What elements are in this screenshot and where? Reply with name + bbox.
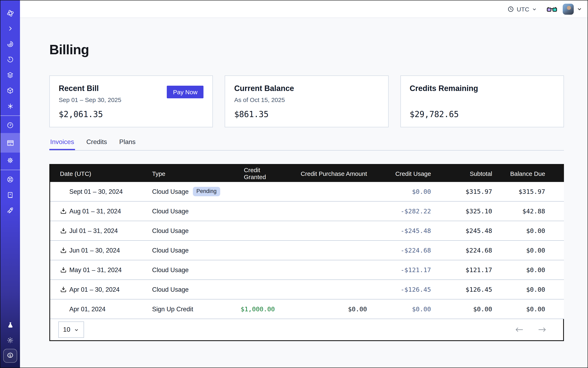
reader-glasses-button[interactable] [547, 6, 557, 12]
download-invoice-icon[interactable] [60, 247, 69, 254]
download-invoice-icon[interactable] [60, 227, 69, 234]
recent-bill-card: Recent Bill Sep 01 – Sep 30, 2025 $2,061… [49, 75, 213, 127]
col-header-subtotal: Subtotal [442, 165, 503, 182]
balance-due-cell: $0.00 [503, 260, 564, 280]
col-header-credit-granted: Credit Granted [244, 165, 285, 182]
table-pagination: 10 [50, 319, 563, 340]
theme-sun-icon[interactable] [0, 332, 20, 348]
balance-due-cell: $315.97 [503, 182, 564, 202]
subtotal-cell: $315.97 [442, 182, 503, 202]
sidebar: $ [0, 0, 20, 368]
balance-due-cell: $0.00 [503, 280, 564, 299]
previous-page-arrow-icon[interactable] [516, 327, 523, 332]
credit-purchase-cell: $0.00 [285, 299, 378, 319]
sidebar-divider [0, 115, 20, 116]
subtotal-cell: $0.00 [442, 299, 503, 319]
col-header-type: Type [152, 165, 244, 182]
card-amount: $861.35 [234, 109, 379, 119]
credit-purchase-cell [285, 182, 378, 202]
layers-icon[interactable] [0, 67, 20, 83]
balance-due-cell: $42.88 [503, 202, 564, 221]
docs-book-icon[interactable] [0, 187, 20, 203]
credit-usage-cell: $0.00 [378, 299, 442, 319]
invoices-table: Date (UTC) Type Credit Granted Credit Pu… [49, 164, 564, 341]
download-invoice-icon[interactable] [60, 286, 69, 293]
download-invoice-icon[interactable] [60, 267, 69, 273]
credit-granted-cell [244, 182, 285, 202]
date-cell: Jul 01 – 31, 2024 [50, 221, 152, 241]
support-wheel-icon[interactable] [0, 172, 20, 187]
type-cell: Cloud Usage [152, 241, 244, 260]
rocket-icon[interactable] [0, 203, 20, 218]
pager-arrows [516, 327, 546, 332]
user-menu-chevron[interactable] [577, 6, 582, 12]
topbar: UTC [20, 0, 588, 18]
chevron-down-icon [532, 6, 537, 12]
orbit-logo-icon[interactable] [0, 5, 20, 21]
page-size-select[interactable]: 10 [58, 322, 84, 338]
sidebar-item-billing[interactable] [0, 133, 20, 153]
credit-granted-cell [244, 241, 285, 260]
credit-purchase-cell [285, 221, 378, 241]
next-page-arrow-icon[interactable] [538, 327, 546, 332]
credit-usage-cell: $0.00 [378, 182, 442, 202]
credit-usage-cell: -$224.68 [378, 241, 442, 260]
labs-flask-icon[interactable] [0, 317, 20, 332]
timezone-selector[interactable]: UTC [507, 6, 537, 12]
dashboard-gauge-icon[interactable] [0, 118, 20, 133]
clock-icon [507, 6, 514, 12]
col-header-credit-usage: Credit Usage [378, 165, 442, 182]
settings-gear-icon[interactable] [0, 153, 20, 168]
credit-usage-cell: -$282.22 [378, 202, 442, 221]
summary-cards: Recent Bill Sep 01 – Sep 30, 2025 $2,061… [49, 75, 564, 127]
date-cell: Jun 01 – 30, 2024 [50, 241, 152, 260]
card-subtitle [410, 96, 555, 104]
subtotal-cell: $121.17 [442, 260, 503, 280]
card-title: Credits Remaining [410, 84, 555, 93]
card-amount: $2,061.35 [59, 109, 204, 119]
pay-now-button[interactable]: Pay Now [167, 86, 204, 98]
history-timer-icon[interactable] [0, 52, 20, 67]
credits-dollar-badge-button[interactable]: $ [3, 349, 17, 363]
sidebar-divider [0, 170, 20, 170]
cube-icon[interactable] [0, 83, 20, 98]
expand-sidebar-chevron-icon[interactable] [0, 21, 20, 36]
credit-usage-cell: -$126.45 [378, 280, 442, 299]
download-invoice-icon[interactable] [60, 208, 69, 215]
credits-remaining-card: Credits Remaining $29,782.65 [400, 75, 564, 127]
type-cell: Cloud Usage Pending [152, 182, 244, 202]
type-cell: Cloud Usage [152, 280, 244, 299]
observe-spiral-icon[interactable] [0, 36, 20, 52]
balance-due-cell: $0.00 [503, 221, 564, 241]
content-column: UTC Billing Recent Bill [20, 0, 588, 368]
asterisk-icon[interactable] [0, 98, 20, 114]
credit-usage-cell: -$245.48 [378, 221, 442, 241]
date-cell: Aug 01 – 31, 2024 [50, 202, 152, 221]
screenshot-stage: $ UTC [0, 0, 588, 368]
card-amount: $29,782.65 [410, 109, 555, 119]
timezone-label: UTC [517, 6, 529, 12]
chevron-down-icon [577, 6, 582, 12]
subtotal-cell: $126.45 [442, 280, 503, 299]
date-cell: May 01 – 31, 2024 [50, 260, 152, 280]
col-header-date: Date (UTC) [50, 165, 152, 182]
subtotal-cell: $224.68 [442, 241, 503, 260]
credit-granted-cell [244, 221, 285, 241]
user-avatar[interactable] [563, 3, 574, 15]
tab-invoices[interactable]: Invoices [49, 138, 75, 150]
glasses-icon [547, 6, 557, 12]
tab-credits[interactable]: Credits [85, 138, 108, 150]
date-cell: Apr 01, 2024 [50, 299, 152, 319]
credit-purchase-cell [285, 241, 378, 260]
credit-granted-cell [244, 202, 285, 221]
type-cell: Sign Up Credit [152, 299, 244, 319]
current-balance-card: Current Balance As of Oct 15, 2025 $861.… [225, 75, 389, 127]
page-title: Billing [49, 42, 564, 57]
credit-granted-cell [244, 260, 285, 280]
type-cell: Cloud Usage [152, 221, 244, 241]
credit-granted-cell: $1,000.00 [244, 299, 285, 319]
card-title: Current Balance [234, 84, 379, 93]
col-header-balance-due: Balance Due [503, 165, 564, 182]
tab-plans[interactable]: Plans [118, 138, 136, 150]
page-size-value: 10 [63, 326, 70, 333]
